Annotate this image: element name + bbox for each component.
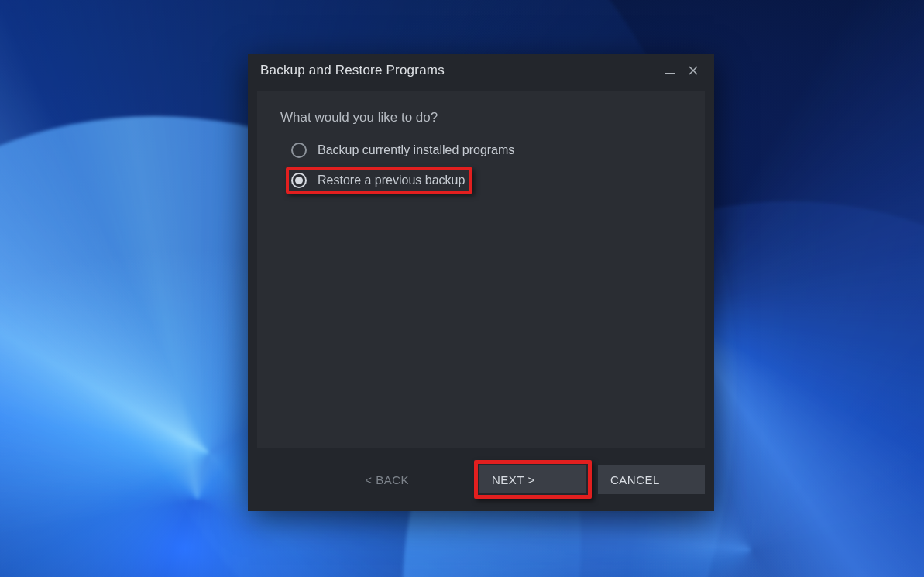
dialog-titlebar: Backup and Restore Programs [248, 54, 714, 84]
options-group: Backup currently installed programs Rest… [280, 143, 682, 194]
content-panel: What would you like to do? Backup curren… [257, 91, 705, 448]
backup-restore-dialog: Backup and Restore Programs What would y… [248, 54, 714, 511]
back-button: < BACK [352, 465, 421, 494]
close-icon [688, 65, 699, 76]
button-label: NEXT > [492, 473, 535, 486]
minimize-icon [665, 65, 675, 76]
minimize-button[interactable] [661, 62, 678, 79]
dialog-title: Backup and Restore Programs [260, 63, 661, 78]
button-label: < BACK [365, 473, 409, 486]
svg-rect-0 [665, 73, 675, 74]
dialog-body: What would you like to do? Backup curren… [248, 84, 714, 448]
cancel-button[interactable]: CANCEL [598, 465, 705, 494]
prompt-text: What would you like to do? [280, 110, 682, 125]
option-label: Backup currently installed programs [318, 143, 514, 157]
highlight-restore-option: Restore a previous backup [286, 167, 472, 194]
close-button[interactable] [685, 62, 702, 79]
highlight-next-button: NEXT > [474, 460, 592, 499]
radio-icon [291, 143, 307, 158]
option-label: Restore a previous backup [318, 173, 465, 187]
button-label: CANCEL [610, 473, 660, 486]
radio-icon [291, 173, 307, 188]
option-backup[interactable]: Backup currently installed programs [291, 143, 682, 158]
next-button[interactable]: NEXT > [479, 465, 586, 493]
window-controls [661, 62, 702, 79]
option-restore[interactable]: Restore a previous backup [291, 173, 465, 188]
dialog-footer: < BACK NEXT > CANCEL [248, 448, 714, 511]
